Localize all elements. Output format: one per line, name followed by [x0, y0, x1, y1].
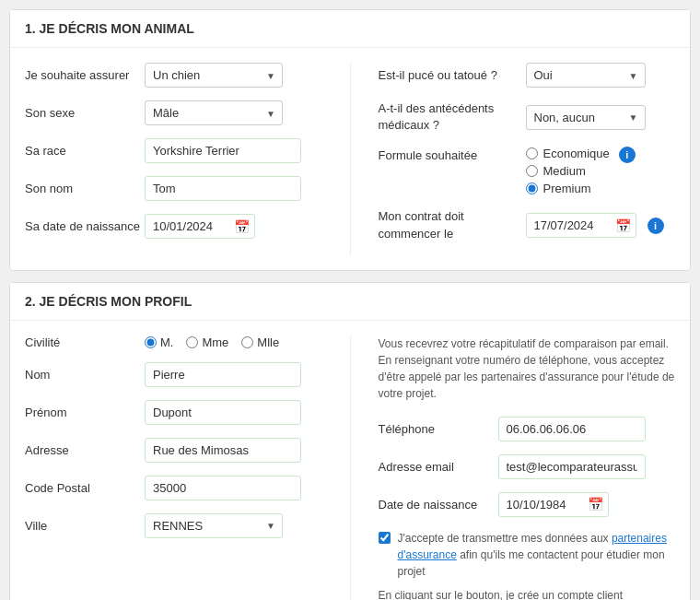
- puce-select[interactable]: Oui Non: [526, 63, 646, 88]
- puce-row: Est-il pucé ou tatoué ? Oui Non ▼: [379, 63, 676, 88]
- sexe-select[interactable]: Mâle Femelle: [145, 100, 283, 125]
- prenom-label: Prénom: [25, 406, 145, 419]
- civilite-m-radio[interactable]: [145, 336, 157, 348]
- dob-user-calendar-icon[interactable]: 📅: [588, 497, 603, 512]
- formule-medium-radio[interactable]: [526, 165, 538, 177]
- telephone-input[interactable]: [498, 417, 646, 441]
- assurer-select[interactable]: Un chien Un chat Un NAC: [145, 63, 283, 88]
- ville-select-wrapper: RENNES ▼: [145, 513, 283, 538]
- nom-input[interactable]: [145, 362, 301, 387]
- animal-right-col: Est-il pucé ou tatoué ? Oui Non ▼ A-t-il…: [379, 63, 676, 255]
- email-row: Adresse email: [379, 454, 676, 479]
- assurer-select-wrapper: Un chien Un chat Un NAC ▼: [145, 63, 283, 88]
- section-animal-title: 1. JE DÉCRIS MON ANIMAL: [10, 10, 690, 48]
- civilite-mme-option[interactable]: Mme: [186, 335, 228, 349]
- nom-animal-input[interactable]: [145, 176, 301, 201]
- civilite-row: Civilité M. Mme Mlle: [25, 335, 322, 349]
- profil-left-col: Civilité M. Mme Mlle: [25, 335, 322, 600]
- ville-select[interactable]: RENNES: [145, 513, 283, 538]
- formule-label: Formule souhaitée: [379, 147, 526, 162]
- civilite-mme-label: Mme: [202, 335, 228, 349]
- formule-premium-label: Premium: [543, 182, 591, 195]
- formule-economique-label: Economique: [543, 147, 610, 160]
- formule-economique-radio[interactable]: [526, 147, 538, 159]
- contrat-label: Mon contrat doitcommencer le: [379, 208, 526, 241]
- profil-right-col: Vous recevrez votre récapitulatif de com…: [379, 335, 676, 600]
- prenom-input[interactable]: [145, 400, 301, 425]
- telephone-row: Téléphone: [379, 417, 676, 441]
- sexe-row: Son sexe Mâle Femelle ▼: [25, 100, 322, 125]
- codepostal-input[interactable]: [145, 476, 301, 500]
- formule-radio-group: Economique Medium Premium: [526, 147, 610, 195]
- antecedents-label: A-t-il des antécédents médicaux ?: [379, 100, 526, 134]
- assurer-row: Je souhaite assurer Un chien Un chat Un …: [25, 63, 322, 88]
- formule-premium-radio[interactable]: [526, 182, 538, 194]
- civilite-m-option[interactable]: M.: [145, 335, 173, 349]
- dob-user-row: Date de naissance 📅: [379, 492, 676, 517]
- partenaires-link[interactable]: partenaires d'assurance: [398, 532, 667, 561]
- civilite-group: M. Mme Mlle: [145, 335, 279, 349]
- nom-row: Nom: [25, 362, 322, 387]
- legal-text: En cliquant sur le bouton, je crée un co…: [379, 587, 676, 600]
- email-input[interactable]: [498, 454, 646, 479]
- sexe-label: Son sexe: [25, 106, 145, 120]
- adresse-input[interactable]: [145, 438, 301, 463]
- race-input[interactable]: [145, 138, 301, 163]
- civilite-mlle-option[interactable]: Mlle: [241, 335, 279, 349]
- assurer-label: Je souhaite assurer: [25, 68, 145, 82]
- col-divider: [350, 63, 351, 255]
- profil-info-text: Vous recevrez votre récapitulatif de com…: [379, 335, 676, 402]
- contrat-row: Mon contrat doitcommencer le 📅 i: [379, 208, 676, 241]
- formule-premium-option[interactable]: Premium: [526, 182, 610, 195]
- nom-animal-label: Son nom: [25, 182, 145, 195]
- formule-row: Formule souhaitée Economique Medium: [379, 147, 676, 195]
- profil-col-divider: [350, 335, 351, 600]
- dob-animal-label: Sa date de naissance: [25, 219, 145, 233]
- consent-checkbox-row: J'accepte de transmettre mes données aux…: [379, 530, 676, 580]
- dob-animal-row: Sa date de naissance 📅: [25, 214, 322, 239]
- dob-user-wrapper: 📅: [498, 492, 609, 517]
- dob-user-label: Date de naissance: [379, 498, 498, 512]
- antecedents-select-wrapper: Non, aucun Oui ▼: [526, 105, 646, 130]
- section-profil: 2. JE DÉCRIS MON PROFIL Civilité M. Mme: [9, 282, 691, 600]
- race-label: Sa race: [25, 144, 145, 158]
- telephone-label: Téléphone: [379, 422, 498, 436]
- nom-row: Son nom: [25, 176, 322, 201]
- contrat-info-icon[interactable]: i: [648, 218, 664, 234]
- civilite-mlle-radio[interactable]: [241, 336, 253, 348]
- formule-medium-label: Medium: [543, 164, 586, 178]
- codepostal-label: Code Postal: [25, 481, 145, 495]
- dob-animal-calendar-icon[interactable]: 📅: [234, 219, 250, 234]
- section-profil-title: 2. JE DÉCRIS MON PROFIL: [10, 283, 690, 321]
- contrat-date-wrapper: 📅: [526, 213, 636, 238]
- ville-row: Ville RENNES ▼: [25, 513, 322, 538]
- antecedents-select[interactable]: Non, aucun Oui: [526, 105, 646, 130]
- antecedents-row: A-t-il des antécédents médicaux ? Non, a…: [379, 100, 676, 134]
- contrat-calendar-icon[interactable]: 📅: [615, 218, 631, 233]
- email-label: Adresse email: [379, 460, 498, 474]
- adresse-row: Adresse: [25, 438, 322, 463]
- consent-checkbox[interactable]: [379, 532, 391, 544]
- ville-label: Ville: [25, 519, 145, 533]
- nom-label: Nom: [25, 368, 145, 382]
- race-row: Sa race: [25, 138, 322, 163]
- prenom-row: Prénom: [25, 400, 322, 425]
- puce-select-wrapper: Oui Non ▼: [526, 63, 646, 88]
- formule-info-icon[interactable]: i: [619, 147, 636, 163]
- animal-left-col: Je souhaite assurer Un chien Un chat Un …: [25, 63, 322, 255]
- codepostal-row: Code Postal: [25, 476, 322, 500]
- sexe-select-wrapper: Mâle Femelle ▼: [145, 100, 283, 125]
- section-animal: 1. JE DÉCRIS MON ANIMAL Je souhaite assu…: [9, 9, 691, 271]
- puce-label: Est-il pucé ou tatoué ?: [379, 68, 526, 82]
- civilite-mme-radio[interactable]: [186, 336, 198, 348]
- civilite-m-label: M.: [160, 335, 173, 349]
- civilite-mlle-label: Mlle: [257, 335, 279, 349]
- adresse-label: Adresse: [25, 443, 145, 457]
- dob-animal-wrapper: 📅: [145, 214, 255, 239]
- formule-economique-option[interactable]: Economique: [526, 147, 610, 160]
- civilite-label: Civilité: [25, 335, 145, 349]
- consent-text: J'accepte de transmettre mes données aux…: [398, 530, 676, 580]
- formule-medium-option[interactable]: Medium: [526, 164, 610, 178]
